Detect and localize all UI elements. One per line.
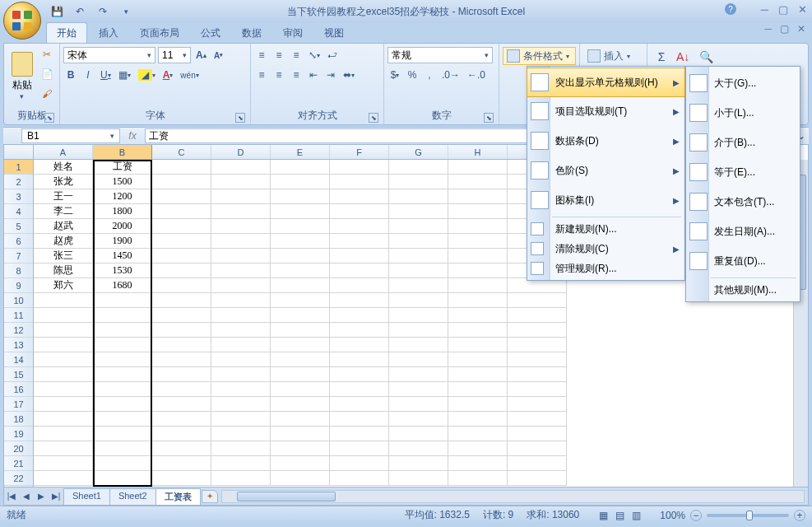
cell-I13[interactable] [508, 338, 567, 352]
cell-B2[interactable]: 1500 [93, 175, 152, 189]
font-name-combo[interactable]: 宋体▾ [63, 47, 155, 63]
cell-E2[interactable] [271, 175, 330, 189]
cell-D9[interactable] [211, 278, 271, 293]
ribbon-tab-0[interactable]: 开始 [46, 22, 87, 43]
row-header-18[interactable]: 18 [4, 412, 33, 427]
row-header-4[interactable]: 4 [4, 204, 33, 219]
merge-center-icon[interactable]: ⬌ ▾ [341, 67, 357, 83]
cell-D13[interactable] [211, 338, 271, 352]
row-header-10[interactable]: 10 [4, 293, 33, 308]
cell-B20[interactable] [93, 441, 152, 456]
cell-F1[interactable] [330, 160, 389, 175]
cell-G10[interactable] [389, 293, 448, 308]
cell-G15[interactable] [389, 367, 448, 382]
ribbon-tab-5[interactable]: 审阅 [273, 23, 313, 43]
cell-B5[interactable]: 2000 [93, 219, 152, 234]
cell-I11[interactable] [508, 308, 567, 323]
doc-restore-button[interactable]: ▢ [780, 23, 789, 35]
autosum-icon[interactable]: Σ [654, 49, 669, 65]
cell-E16[interactable] [271, 382, 330, 397]
increase-indent-icon[interactable]: ⇥ [323, 67, 338, 83]
cell-A5[interactable]: 赵武 [34, 219, 93, 234]
cell-G6[interactable] [389, 234, 448, 249]
zoom-slider-thumb[interactable] [746, 511, 753, 520]
cell-C10[interactable] [152, 293, 211, 308]
cell-F7[interactable] [330, 249, 389, 264]
between-item[interactable]: 介于(B)... [686, 128, 800, 157]
maximize-button[interactable]: ▢ [778, 3, 788, 16]
cell-H6[interactable] [448, 234, 508, 249]
cell-F22[interactable] [330, 471, 389, 486]
cell-C2[interactable] [152, 175, 211, 189]
cell-I16[interactable] [508, 382, 567, 397]
cell-A11[interactable] [34, 308, 93, 323]
cell-A16[interactable] [34, 382, 93, 397]
cell-F14[interactable] [330, 352, 389, 367]
doc-minimize-button[interactable]: ─ [764, 23, 772, 35]
zoom-slider[interactable] [707, 514, 789, 517]
cell-C22[interactable] [152, 471, 211, 486]
row-header-19[interactable]: 19 [4, 427, 33, 441]
prev-sheet-button[interactable]: ◀ [19, 489, 34, 504]
cell-G20[interactable] [389, 441, 448, 456]
cell-B7[interactable]: 1450 [93, 249, 152, 264]
insert-cells-button[interactable]: 插入 ▾ [583, 47, 643, 65]
minimize-button[interactable]: ─ [761, 3, 768, 16]
greater-than-item[interactable]: 大于(G)... [686, 68, 800, 98]
cell-B21[interactable] [93, 456, 152, 471]
cell-G2[interactable] [389, 175, 448, 189]
cell-F17[interactable] [330, 397, 389, 412]
format-painter-icon[interactable]: 🖌 [38, 85, 56, 103]
cell-G16[interactable] [389, 382, 448, 397]
cell-F13[interactable] [330, 338, 389, 352]
cell-C12[interactable] [152, 323, 211, 338]
find-select-icon[interactable]: 🔍 [697, 49, 716, 65]
save-icon[interactable]: 💾 [48, 2, 66, 21]
row-header-6[interactable]: 6 [4, 234, 33, 249]
cell-A17[interactable] [34, 397, 93, 412]
icon-sets-item[interactable]: 图标集(I)▶ [527, 185, 684, 215]
number-format-combo[interactable]: 常规▾ [387, 47, 493, 63]
data-bars-item[interactable]: 数据条(D)▶ [527, 126, 684, 156]
border-button[interactable]: ▦ ▾ [116, 67, 133, 83]
font-dialog-launcher[interactable]: ⬊ [235, 113, 245, 123]
cell-C17[interactable] [152, 397, 211, 412]
cell-D5[interactable] [211, 219, 271, 234]
cell-G17[interactable] [389, 397, 448, 412]
cell-H15[interactable] [448, 367, 508, 382]
cell-F19[interactable] [330, 427, 389, 441]
cell-H1[interactable] [448, 160, 508, 175]
cell-H14[interactable] [448, 352, 508, 367]
col-header-A[interactable]: A [34, 145, 93, 159]
cell-E11[interactable] [271, 308, 330, 323]
comma-format-icon[interactable]: , [422, 67, 437, 83]
page-layout-view-icon[interactable]: ▤ [612, 507, 627, 524]
cell-H16[interactable] [448, 382, 508, 397]
cell-E9[interactable] [271, 278, 330, 293]
cell-F2[interactable] [330, 175, 389, 189]
cell-G12[interactable] [389, 323, 448, 338]
align-left-icon[interactable]: ≡ [254, 67, 269, 83]
row-header-11[interactable]: 11 [4, 308, 33, 323]
add-sheet-button[interactable]: ✦ [202, 490, 218, 503]
cell-G14[interactable] [389, 352, 448, 367]
decrease-indent-icon[interactable]: ⇤ [306, 67, 321, 83]
cell-H2[interactable] [448, 175, 508, 189]
cell-G9[interactable] [389, 278, 448, 293]
cell-B16[interactable] [93, 382, 152, 397]
row-header-2[interactable]: 2 [4, 175, 33, 189]
cell-D6[interactable] [211, 234, 271, 249]
row-header-16[interactable]: 16 [4, 382, 33, 397]
cell-G8[interactable] [389, 264, 448, 278]
less-than-item[interactable]: 小于(L)... [686, 98, 800, 128]
cell-G21[interactable] [389, 456, 448, 471]
cell-B4[interactable]: 1800 [93, 204, 152, 219]
cell-E10[interactable] [271, 293, 330, 308]
cell-C13[interactable] [152, 338, 211, 352]
cell-G11[interactable] [389, 308, 448, 323]
cell-I15[interactable] [508, 367, 567, 382]
cell-E5[interactable] [271, 219, 330, 234]
zoom-out-button[interactable]: − [690, 510, 702, 521]
col-header-B[interactable]: B [93, 145, 152, 159]
align-bottom-icon[interactable]: ≡ [289, 47, 304, 63]
